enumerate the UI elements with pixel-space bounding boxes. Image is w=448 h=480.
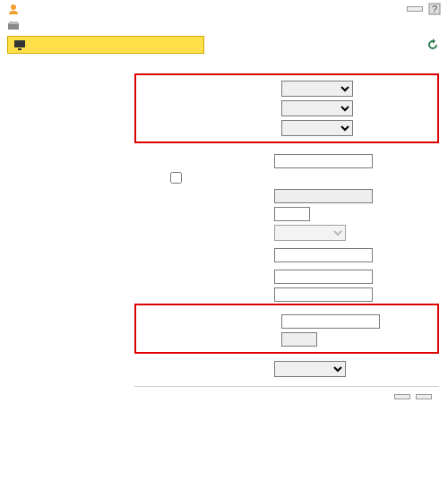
- pw-change-row: [134, 172, 269, 185]
- pw-change-checkbox[interactable]: [170, 172, 182, 184]
- help-icon[interactable]: ?: [428, 3, 441, 15]
- poll-input[interactable]: [274, 207, 310, 221]
- svg-rect-3: [8, 23, 19, 30]
- admin-icon: [7, 3, 20, 15]
- npr-name-input[interactable]: [281, 314, 380, 329]
- ndsctx-input[interactable]: [274, 270, 373, 284]
- bindery-nds-select: [274, 225, 346, 241]
- svg-point-0: [11, 4, 16, 10]
- fsv-input[interactable]: [274, 248, 373, 262]
- svg-rect-5: [14, 40, 25, 47]
- nprinter-section: [134, 304, 439, 354]
- psv-name-input[interactable]: [274, 154, 373, 168]
- cancel-button[interactable]: [416, 394, 432, 399]
- pw-input: [274, 189, 373, 203]
- scanner-icon: [7, 20, 20, 32]
- refresh-icon[interactable]: [426, 39, 439, 51]
- ok-button[interactable]: [394, 394, 410, 399]
- svg-text:?: ?: [432, 4, 437, 14]
- monitor-icon: [13, 39, 26, 51]
- auth-select[interactable]: [274, 361, 346, 377]
- ipx-section: [134, 73, 439, 143]
- frame-select[interactable]: [281, 100, 353, 116]
- svg-rect-4: [9, 21, 18, 24]
- npr-no-input: [281, 332, 317, 347]
- ipx-select[interactable]: [281, 81, 353, 97]
- panel-mode-bar: [7, 36, 204, 54]
- logout-button[interactable]: [407, 6, 423, 12]
- svg-rect-6: [18, 48, 22, 50]
- mode-select[interactable]: [281, 120, 353, 136]
- ndstree-input[interactable]: [274, 287, 373, 302]
